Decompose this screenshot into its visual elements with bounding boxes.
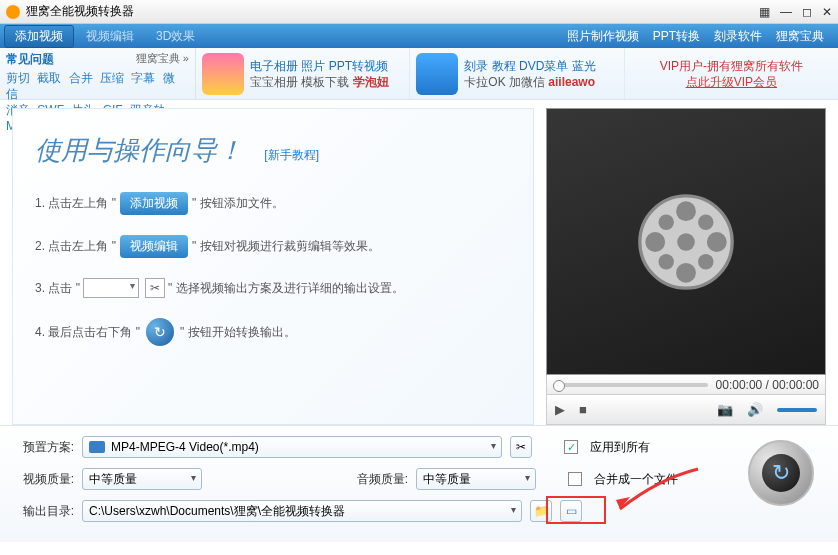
promo-burn[interactable]: 刻录 教程 DVD菜单 蓝光卡拉OK 加微信 aiileawo: [410, 48, 624, 99]
promo-album[interactable]: 电子相册 照片 PPT转视频宝宝相册 模板下载 学泡妞: [196, 48, 410, 99]
video-edit-button[interactable]: 视频编辑: [76, 26, 144, 47]
volume-icon[interactable]: 🔊: [747, 402, 763, 417]
film-reel-icon: [631, 187, 741, 297]
nav-ppt[interactable]: PPT转换: [653, 28, 700, 45]
svg-point-2: [676, 201, 696, 221]
step-add-pill: 添加视频: [120, 192, 188, 215]
svg-point-9: [698, 254, 713, 269]
stop-icon[interactable]: ■: [579, 402, 587, 417]
newbie-link[interactable]: [新手教程]: [264, 148, 319, 162]
faq-link[interactable]: 压缩: [100, 71, 124, 85]
faq-title: 常见问题: [6, 51, 54, 68]
output-label: 输出目录:: [14, 503, 74, 520]
close-icon[interactable]: ✕: [822, 5, 832, 19]
step-edit-pill: 视频编辑: [120, 235, 188, 258]
svg-point-3: [676, 262, 696, 282]
video-quality-select[interactable]: 中等质量▾: [82, 468, 202, 490]
profile-settings-button[interactable]: ✂: [510, 436, 532, 458]
open-folder-button[interactable]: 📁: [530, 500, 552, 522]
add-video-button[interactable]: 添加视频: [4, 25, 74, 48]
step-select: [83, 278, 139, 298]
step-gear-icon: ✂: [145, 278, 165, 298]
merge-checkbox[interactable]: [568, 472, 582, 486]
minimize-icon[interactable]: —: [780, 5, 792, 19]
wizard-title: 使用与操作向导！: [35, 133, 243, 168]
audio-quality-select[interactable]: 中等质量▾: [416, 468, 536, 490]
play-icon[interactable]: ▶: [555, 402, 565, 417]
merge-label: 合并成一个文件: [594, 471, 678, 488]
promo-vip[interactable]: VIP用户-拥有狸窝所有软件点此升级VIP会员: [625, 48, 838, 99]
apply-all-checkbox[interactable]: [564, 440, 578, 454]
video-quality-label: 视频质量:: [14, 471, 74, 488]
nav-baodian[interactable]: 狸窝宝典: [776, 28, 824, 45]
time-display: 00:00:00 / 00:00:00: [716, 378, 819, 392]
svg-point-4: [645, 232, 665, 252]
wizard-panel: 使用与操作向导！ [新手教程] 1. 点击左上角 "添加视频" 按钮添加文件。 …: [12, 108, 534, 425]
faq-link[interactable]: 合并: [69, 71, 93, 85]
output-path-select[interactable]: C:\Users\xzwh\Documents\狸窝\全能视频转换器▾: [82, 500, 522, 522]
nav-burn[interactable]: 刻录软件: [714, 28, 762, 45]
menu-icon[interactable]: ▦: [759, 5, 770, 19]
3d-effect-button[interactable]: 3D效果: [146, 26, 205, 47]
faq-more[interactable]: 狸窝宝典 »: [136, 51, 189, 68]
nav-photo-video[interactable]: 照片制作视频: [567, 28, 639, 45]
svg-point-5: [707, 232, 727, 252]
mp4-icon: [89, 441, 105, 453]
apply-all-label: 应用到所有: [590, 439, 650, 456]
profile-label: 预置方案:: [14, 439, 74, 456]
svg-point-7: [698, 214, 713, 229]
svg-point-8: [659, 254, 674, 269]
volume-slider[interactable]: [777, 408, 817, 412]
profile-select[interactable]: MP4-MPEG-4 Video(*.mp4)▾: [82, 436, 502, 458]
seek-slider[interactable]: [553, 383, 708, 387]
step-convert-icon: ↻: [146, 318, 174, 346]
audio-quality-label: 音频质量:: [348, 471, 408, 488]
disc-icon: [416, 53, 458, 95]
app-logo: [6, 5, 20, 19]
album-icon: [202, 53, 244, 95]
convert-button[interactable]: ↻: [748, 440, 814, 506]
svg-point-6: [659, 214, 674, 229]
browse-folder-button[interactable]: ▭: [560, 500, 582, 522]
faq-link[interactable]: 剪切: [6, 71, 30, 85]
svg-point-1: [677, 233, 695, 251]
window-title: 狸窝全能视频转换器: [26, 3, 759, 20]
maximize-icon[interactable]: ◻: [802, 5, 812, 19]
faq-link[interactable]: 截取: [37, 71, 61, 85]
snapshot-icon[interactable]: 📷: [717, 402, 733, 417]
player-panel: 00:00:00 / 00:00:00 ▶ ■ 📷 🔊: [546, 108, 826, 425]
video-preview: [546, 108, 826, 375]
faq-panel: 常见问题狸窝宝典 » 剪切 截取 合并 压缩 字幕 微信 消音 SWF 片头 G…: [0, 48, 196, 99]
faq-link[interactable]: 字幕: [131, 71, 155, 85]
